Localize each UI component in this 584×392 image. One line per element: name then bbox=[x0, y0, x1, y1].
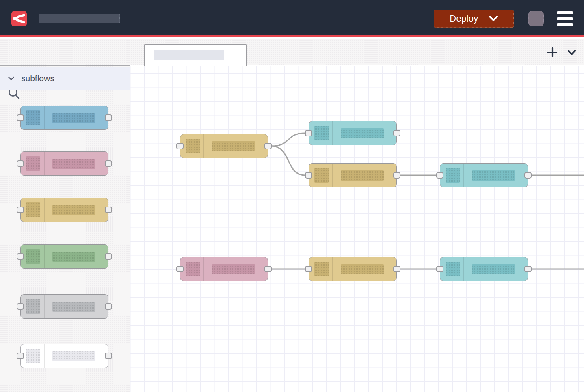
node-label-placeholder bbox=[52, 205, 95, 215]
chevron-down-icon bbox=[489, 16, 498, 22]
output-port[interactable] bbox=[524, 266, 532, 272]
blue-node[interactable] bbox=[20, 106, 108, 130]
teal-node[interactable] bbox=[440, 257, 528, 281]
add-flow-button[interactable] bbox=[546, 46, 559, 59]
deploy-button-label: Deploy bbox=[450, 13, 478, 24]
flow-list-button[interactable] bbox=[565, 46, 578, 59]
palette-category-subflows[interactable]: subflows bbox=[0, 67, 130, 90]
tan-node[interactable] bbox=[309, 257, 397, 281]
gray-node[interactable] bbox=[20, 294, 108, 319]
node-label-placeholder bbox=[212, 264, 255, 274]
node-label-placeholder bbox=[472, 170, 515, 181]
node-icon bbox=[186, 139, 200, 153]
green-node[interactable] bbox=[20, 244, 108, 269]
tan-node[interactable] bbox=[20, 198, 108, 222]
node-label-placeholder bbox=[52, 159, 95, 169]
output-port[interactable] bbox=[393, 172, 400, 179]
node-icon bbox=[186, 262, 200, 276]
teal-node[interactable] bbox=[440, 163, 528, 187]
pink-node[interactable] bbox=[20, 151, 108, 176]
input-port[interactable] bbox=[17, 253, 24, 260]
output-port[interactable] bbox=[393, 130, 400, 136]
output-port[interactable] bbox=[105, 253, 112, 260]
node-icon bbox=[26, 249, 40, 264]
palette-category-label: subflows bbox=[21, 73, 54, 83]
output-port[interactable] bbox=[105, 114, 112, 121]
node-label-placeholder bbox=[212, 141, 255, 151]
input-port[interactable] bbox=[436, 172, 443, 179]
teal-node[interactable] bbox=[309, 121, 397, 145]
node-label-placeholder bbox=[52, 252, 95, 262]
tan-node[interactable] bbox=[309, 163, 397, 187]
node-label-placeholder bbox=[341, 264, 384, 274]
input-port[interactable] bbox=[305, 130, 312, 136]
deploy-button[interactable]: Deploy bbox=[434, 10, 514, 28]
menu-bar bbox=[557, 17, 573, 20]
input-port[interactable] bbox=[17, 114, 24, 121]
wire-layer bbox=[130, 66, 584, 392]
chevron-down-icon bbox=[568, 50, 576, 55]
node-icon bbox=[26, 299, 40, 314]
menu-bar bbox=[557, 11, 573, 14]
node-icon bbox=[314, 168, 329, 183]
header-bar: Deploy bbox=[0, 0, 584, 37]
input-port[interactable] bbox=[17, 353, 24, 359]
node-icon bbox=[26, 349, 40, 363]
pink-node[interactable] bbox=[180, 257, 268, 281]
white-node[interactable] bbox=[20, 344, 108, 368]
input-port[interactable] bbox=[176, 266, 184, 272]
node-label-placeholder bbox=[52, 113, 95, 123]
node-label-placeholder bbox=[52, 302, 95, 312]
flow-tab-label-placeholder bbox=[154, 50, 224, 60]
output-port[interactable] bbox=[105, 303, 112, 310]
node-icon bbox=[314, 262, 329, 276]
palette-search[interactable] bbox=[0, 39, 130, 66]
node-label-placeholder bbox=[472, 264, 515, 274]
node-icon bbox=[446, 168, 460, 183]
output-port[interactable] bbox=[105, 353, 112, 359]
plus-icon bbox=[547, 47, 557, 57]
output-port[interactable] bbox=[524, 172, 532, 179]
output-port[interactable] bbox=[264, 143, 272, 149]
input-port[interactable] bbox=[176, 143, 184, 149]
tan-node[interactable] bbox=[180, 134, 268, 158]
flow-canvas[interactable] bbox=[130, 66, 584, 392]
wire[interactable] bbox=[272, 133, 305, 146]
node-label-placeholder bbox=[341, 170, 384, 181]
input-port[interactable] bbox=[436, 266, 443, 272]
node-icon bbox=[26, 202, 40, 217]
output-port[interactable] bbox=[393, 266, 400, 272]
wire[interactable] bbox=[272, 146, 305, 175]
palette bbox=[0, 90, 130, 392]
input-port[interactable] bbox=[17, 303, 24, 310]
input-port[interactable] bbox=[17, 207, 24, 213]
palette-sidebar: subflows bbox=[0, 39, 130, 392]
input-port[interactable] bbox=[305, 266, 312, 272]
chevron-down-icon bbox=[8, 76, 14, 80]
output-port[interactable] bbox=[264, 266, 272, 272]
node-label-placeholder bbox=[341, 128, 384, 138]
hamburger-menu-icon[interactable] bbox=[557, 11, 573, 26]
node-icon bbox=[446, 262, 460, 276]
tab-toolbar bbox=[546, 39, 578, 65]
node-icon bbox=[314, 126, 329, 140]
workspace-title-placeholder bbox=[39, 14, 120, 23]
output-port[interactable] bbox=[105, 207, 112, 213]
input-port[interactable] bbox=[17, 160, 24, 167]
user-avatar[interactable] bbox=[528, 11, 544, 26]
flow-tab-active[interactable] bbox=[144, 44, 247, 66]
node-icon bbox=[26, 156, 40, 171]
node-red-editor: Deploy subflows bbox=[0, 0, 584, 392]
output-port[interactable] bbox=[105, 160, 112, 167]
menu-bar bbox=[557, 23, 573, 26]
node-icon bbox=[26, 110, 40, 125]
node-red-logo-icon[interactable] bbox=[11, 11, 27, 26]
input-port[interactable] bbox=[305, 172, 312, 179]
node-label-placeholder bbox=[52, 351, 95, 361]
workspace bbox=[130, 39, 584, 392]
